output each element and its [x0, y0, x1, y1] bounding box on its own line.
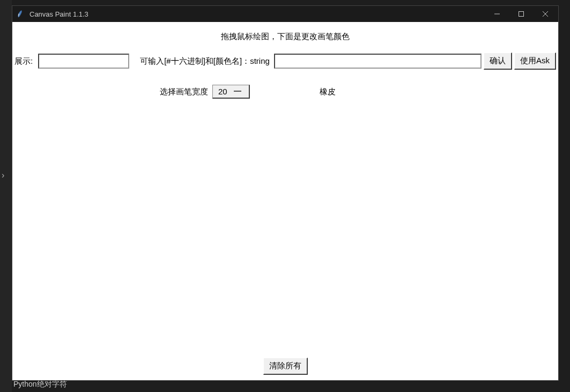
svg-rect-1: [519, 12, 523, 17]
minimize-button[interactable]: [485, 6, 509, 22]
width-row: 选择画笔宽度 20 橡皮: [12, 74, 558, 104]
width-label: 选择画笔宽度: [160, 87, 208, 97]
clear-row: 清除所有: [12, 358, 558, 375]
color-preview: [38, 54, 129, 69]
eraser-label: 橡皮: [320, 87, 336, 97]
display-label: 展示:: [14, 56, 33, 66]
close-button[interactable]: [533, 6, 557, 22]
background-sidebar-left: ›: [0, 0, 12, 392]
maximize-button[interactable]: [509, 6, 533, 22]
width-dropdown[interactable]: 20: [212, 85, 250, 99]
clear-all-button[interactable]: 清除所有: [263, 358, 308, 375]
dropdown-indicator-icon: [234, 91, 241, 92]
app-window: Canvas Paint 1.1.3 拖拽鼠标绘图，下面是更改画笔颜色 展示: …: [12, 5, 559, 381]
window-controls: [485, 6, 557, 22]
width-value: 20: [218, 87, 227, 96]
background-sidebar-right: [559, 0, 570, 392]
app-icon: [17, 10, 25, 18]
titlebar[interactable]: Canvas Paint 1.1.3: [12, 6, 558, 22]
color-input[interactable]: [274, 54, 482, 69]
use-ask-button[interactable]: 使用Ask: [514, 53, 556, 70]
color-controls-row: 展示: 可输入[#十六进制]和[颜色名]：string 确认 使用Ask: [12, 48, 558, 74]
chevron-right-icon: ›: [2, 171, 4, 180]
confirm-button[interactable]: 确认: [484, 53, 512, 70]
instruction-text: 拖拽鼠标绘图，下面是更改画笔颜色: [12, 22, 558, 48]
width-group: 选择画笔宽度 20: [160, 85, 250, 99]
window-title: Canvas Paint 1.1.3: [29, 10, 485, 18]
hex-input-label: 可输入[#十六进制]和[颜色名]：string: [140, 56, 270, 66]
window-content: 拖拽鼠标绘图，下面是更改画笔颜色 展示: 可输入[#十六进制]和[颜色名]：st…: [12, 22, 558, 380]
background-text: Python绝对字符: [13, 380, 67, 389]
